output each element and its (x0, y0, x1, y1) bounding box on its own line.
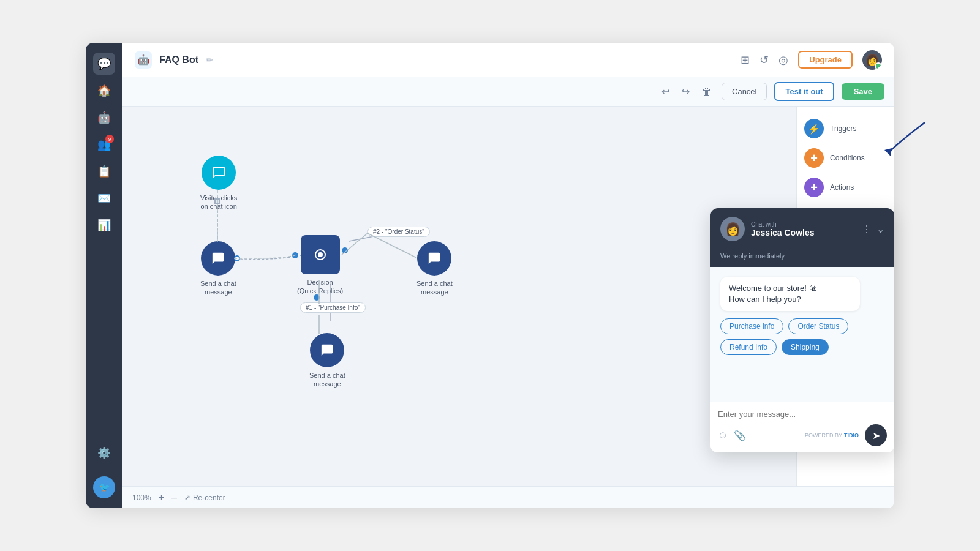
powered-by: POWERED BY TIDIO (805, 432, 859, 438)
zoom-level: 100% (132, 493, 151, 502)
chat-message-input[interactable] (718, 410, 887, 419)
agent-avatar: 👩 (720, 217, 745, 241)
chat-minimize-icon[interactable]: ⌄ (876, 223, 884, 235)
canvas-toolbar: ↩ ↪ 🗑 Cancel Test it out Save (123, 77, 894, 107)
agent-name: Jessica Cowles (751, 228, 856, 238)
bot-icon: 🤖 (97, 111, 111, 124)
zoom-in-button[interactable]: + (159, 492, 164, 503)
chat-with-label: Chat with (751, 221, 856, 228)
actions-label: Actions (830, 183, 854, 192)
option-shipping[interactable]: Shipping (782, 339, 829, 355)
panel-item-conditions[interactable]: + Conditions (804, 148, 887, 168)
delete-icon[interactable]: 🗑 (699, 84, 714, 100)
send-button[interactable]: ➤ (865, 424, 887, 446)
notification-badge: 9 (105, 135, 114, 143)
sidebar-item-bots[interactable]: 🤖 (93, 107, 115, 129)
analytics-icon: 📊 (97, 219, 111, 232)
reply-status: We reply immediately (720, 252, 785, 260)
chat-widget: 👩 Chat with Jessica Cowles ⋮ ⌄ We reply … (710, 208, 894, 452)
attachment-icon[interactable]: 📎 (734, 430, 746, 441)
start-node-circle (202, 156, 236, 190)
email-icon: ✉️ (97, 192, 111, 205)
chat-header: 👩 Chat with Jessica Cowles ⋮ ⌄ (710, 208, 894, 250)
panel-item-actions[interactable]: + Actions (804, 178, 887, 197)
test-button[interactable]: Test it out (774, 82, 834, 101)
cancel-button[interactable]: Cancel (722, 83, 767, 100)
powered-label: POWERED BY (805, 432, 842, 438)
sidebar-item-team[interactable]: 👥 9 (93, 133, 115, 156)
edit-icon[interactable]: ✏ (206, 55, 213, 65)
svg-marker-10 (884, 148, 892, 156)
bot-icon-header: 🤖 (135, 51, 152, 69)
redo-icon[interactable]: ↪ (679, 83, 692, 100)
send2-node-label: Send a chatmessage (417, 279, 453, 297)
sidebar-item-home[interactable]: 🏠 (93, 80, 115, 102)
bot-title: FAQ Bot (159, 54, 198, 66)
option-refund[interactable]: Refund Info (720, 339, 777, 355)
home-icon: 🏠 (97, 84, 111, 97)
recenter-button[interactable]: ⤢ Re-center (184, 493, 225, 502)
chat-more-icon[interactable]: ⋮ (862, 223, 872, 235)
sidebar: 💬 🏠 🤖 👥 9 📋 ✉️ 📊 ⚙️ 🐦 (86, 43, 123, 508)
send2-node-circle (417, 241, 451, 276)
save-button[interactable]: Save (842, 83, 884, 100)
tag-order-status: #2 - "Order Status" (368, 227, 430, 237)
header-actions: ⊞ ↺ ◎ Upgrade 👩 (741, 50, 882, 70)
refresh-icon[interactable]: ↺ (760, 53, 769, 67)
welcome-bubble: Welcome to our store! 🛍How can I help yo… (720, 277, 860, 311)
decision-node-label: Decision(Quick Replies) (297, 278, 343, 296)
node-send3[interactable]: Send a chatmessage (309, 333, 345, 389)
node-send2[interactable]: Send a chatmessage (417, 241, 453, 297)
chat-icon: 💬 (97, 57, 111, 70)
recenter-label: Re-center (193, 493, 225, 502)
brand-label: TIDIO (844, 432, 859, 438)
conditions-label: Conditions (830, 154, 865, 162)
chat-header-actions: ⋮ ⌄ (862, 223, 884, 235)
node-decision[interactable]: Decision(Quick Replies) (297, 235, 343, 296)
triggers-icon: ⚡ (804, 119, 824, 138)
chat-body: Welcome to our store! 🛍How can I help yo… (710, 267, 894, 402)
send3-node-circle (310, 333, 344, 367)
node-send1[interactable]: Send a chatmessage (200, 241, 236, 297)
avatar-icon: 🐦 (99, 482, 110, 492)
upgrade-button[interactable]: Upgrade (798, 51, 853, 69)
sidebar-item-settings[interactable]: ⚙️ (93, 442, 115, 464)
sidebar-item-email[interactable]: ✉️ (93, 187, 115, 209)
svg-point-4 (318, 252, 323, 257)
actions-icon: + (804, 178, 824, 197)
contacts-icon: 📋 (97, 165, 111, 178)
undo-icon[interactable]: ↩ (659, 83, 672, 100)
conditions-icon: + (804, 148, 824, 168)
send1-node-label: Send a chatmessage (200, 279, 236, 297)
decorative-arrow (876, 116, 931, 159)
target-icon[interactable]: ◎ (778, 53, 788, 67)
canvas[interactable]: Visitor clickson chat icon Send a chatme… (123, 107, 796, 486)
send3-node-label: Send a chatmessage (309, 371, 345, 389)
emoji-icon[interactable]: ☺ (718, 430, 728, 441)
panel-item-triggers[interactable]: ⚡ Triggers (804, 119, 887, 138)
user-avatar[interactable]: 👩 (862, 50, 882, 70)
tag-purchase-info: #1 - "Purchase Info" (300, 302, 366, 313)
chat-options: Purchase info Order Status Refund Info S… (720, 318, 884, 355)
send1-node-circle (201, 241, 235, 276)
chat-subheader: We reply immediately (710, 250, 894, 267)
svg-line-7 (368, 233, 417, 258)
canvas-bottom: 100% + – ⤢ Re-center (123, 486, 894, 508)
zoom-out-button[interactable]: – (172, 492, 177, 503)
decision-node-circle (301, 235, 340, 274)
grid-icon[interactable]: ⊞ (741, 53, 750, 67)
chat-footer-actions: ☺ 📎 POWERED BY TIDIO ➤ (718, 424, 887, 446)
chat-footer: ☺ 📎 POWERED BY TIDIO ➤ (710, 402, 894, 452)
recenter-icon: ⤢ (184, 493, 190, 502)
option-order[interactable]: Order Status (788, 318, 848, 334)
sidebar-item-chat[interactable]: 💬 (93, 53, 115, 75)
settings-icon: ⚙️ (97, 446, 111, 460)
chat-header-info: Chat with Jessica Cowles (751, 221, 856, 238)
sidebar-item-contacts[interactable]: 📋 (93, 160, 115, 182)
sidebar-item-analytics[interactable]: 📊 (93, 214, 115, 236)
option-purchase[interactable]: Purchase info (720, 318, 783, 334)
header: 🤖 FAQ Bot ✏ ⊞ ↺ ◎ Upgrade 👩 (123, 43, 894, 77)
triggers-label: Triggers (830, 124, 857, 133)
user-avatar-sidebar[interactable]: 🐦 (93, 476, 115, 498)
